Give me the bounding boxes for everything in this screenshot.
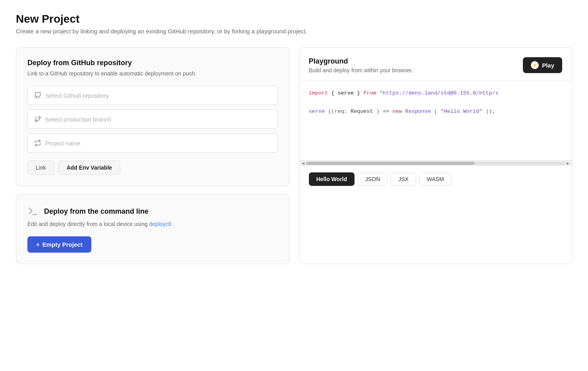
repo-placeholder: Select Github repository xyxy=(45,92,109,99)
cmdline-card: Deploy from the command line Edit and de… xyxy=(16,194,289,264)
playground-header-text: Playground Build and deploy from within … xyxy=(309,57,413,73)
github-icon xyxy=(34,92,41,99)
add-env-button[interactable]: Add Env Variable xyxy=(58,160,120,175)
page-title: New Project xyxy=(16,13,572,25)
code-line-blank xyxy=(309,98,563,107)
project-icon xyxy=(34,139,41,147)
tab-jsx[interactable]: JSX xyxy=(391,172,416,186)
scroll-thumb xyxy=(306,162,474,165)
arrow-operator: => xyxy=(383,108,389,114)
playground-card: Playground Build and deploy from within … xyxy=(299,47,573,264)
scroll-right-arrow[interactable]: ▶ xyxy=(566,161,570,165)
plus-icon: + xyxy=(36,241,40,248)
playground-title: Playground xyxy=(309,57,413,66)
cmdline-subtitle-prefix: Edit and deploy directly from a local de… xyxy=(27,221,148,227)
cmdline-subtitle: Edit and deploy directly from a local de… xyxy=(27,220,278,228)
terminal-icon xyxy=(27,206,39,217)
request-type: Request xyxy=(351,108,373,114)
github-card-title: Deploy from GitHub repository xyxy=(27,59,278,67)
code-line-3: serve ((req: Request ) => new Response (… xyxy=(309,107,563,116)
page-header: New Project Create a new project by link… xyxy=(16,13,572,35)
project-name-placeholder: Project name xyxy=(45,140,80,147)
tab-hello-world[interactable]: Hello World xyxy=(309,172,355,186)
code-scrollbar[interactable]: ◀ ▶ xyxy=(299,160,572,166)
from-keyword: from xyxy=(363,90,376,96)
playground-tabs: Hello World JSON JSX WASM xyxy=(299,166,572,192)
repo-select-field[interactable]: Select Github repository xyxy=(27,86,278,105)
github-deploy-card: Deploy from GitHub repository Link to a … xyxy=(16,47,289,186)
left-column: Deploy from GitHub repository Link to a … xyxy=(16,47,289,264)
scroll-track xyxy=(306,162,565,165)
branch-placeholder: Select production branch xyxy=(45,116,111,123)
deployctl-link[interactable]: deployctl xyxy=(149,221,171,227)
hello-world-string: "Hello World" xyxy=(441,108,482,114)
github-card-buttons: Link Add Env Variable xyxy=(27,160,278,175)
new-keyword: new xyxy=(392,108,402,114)
inputs-section: Select Github repository Select producti… xyxy=(27,86,278,153)
tab-json[interactable]: JSON xyxy=(358,172,388,186)
branch-icon xyxy=(34,116,41,123)
import-url: "https://deno.land/std@0.155.0/http/s xyxy=(380,90,499,96)
playground-header: Playground Build and deploy from within … xyxy=(299,48,572,81)
play-icon: ⚡ xyxy=(531,61,539,69)
page-container: New Project Create a new project by link… xyxy=(16,13,572,264)
code-line-1: import { serve } from "https://deno.land… xyxy=(309,89,563,98)
play-button[interactable]: ⚡ Play xyxy=(523,57,562,73)
branch-select-field[interactable]: Select production branch xyxy=(27,110,278,129)
scroll-left-arrow[interactable]: ◀ xyxy=(301,161,305,165)
empty-project-button[interactable]: + Empty Project xyxy=(27,236,91,253)
empty-project-label: Empty Project xyxy=(42,241,83,248)
serve-call: serve xyxy=(309,108,325,114)
github-card-subtitle: Link to a GitHub repository to enable au… xyxy=(27,70,278,78)
main-grid: Deploy from GitHub repository Link to a … xyxy=(16,47,572,264)
code-editor[interactable]: import { serve } from "https://deno.land… xyxy=(299,81,572,160)
cmdline-title: Deploy from the command line xyxy=(44,207,148,216)
cmdline-subtitle-suffix: . xyxy=(171,221,173,227)
project-name-field[interactable]: Project name xyxy=(27,133,278,153)
cmdline-header: Deploy from the command line xyxy=(27,206,278,217)
link-button[interactable]: Link xyxy=(27,160,54,175)
page-subtitle: Create a new project by linking and depl… xyxy=(16,28,572,35)
response-class: Response xyxy=(405,108,431,114)
import-keyword: import xyxy=(309,90,328,96)
play-button-label: Play xyxy=(542,62,554,69)
playground-subtitle: Build and deploy from within your browse… xyxy=(309,67,413,73)
tab-wasm[interactable]: WASM xyxy=(419,172,451,186)
